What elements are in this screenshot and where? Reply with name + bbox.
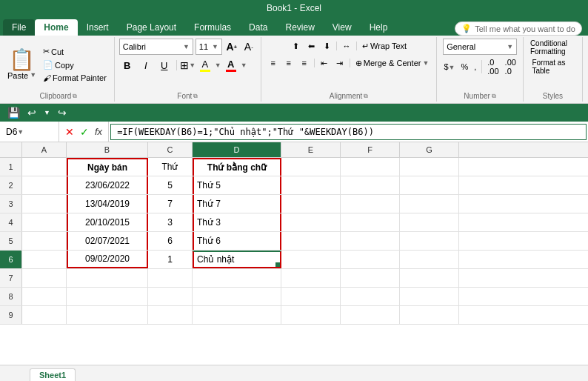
col-header-d[interactable]: D	[193, 142, 281, 157]
cell-a8[interactable]	[22, 288, 67, 305]
cell-d9[interactable]	[193, 306, 281, 324]
number-expand-icon[interactable]: ⧉	[492, 93, 496, 100]
col-header-a[interactable]: A	[22, 142, 67, 157]
row-num-9[interactable]: 9	[0, 306, 22, 324]
align-top-button[interactable]: ⬆	[288, 39, 303, 53]
col-header-c[interactable]: C	[148, 142, 193, 157]
sheet-tab-sheet1[interactable]: Sheet1	[30, 368, 76, 381]
cell-f4[interactable]	[341, 213, 400, 231]
cell-c4[interactable]: 3	[148, 213, 193, 231]
cell-d4[interactable]: Thứ 3	[193, 213, 281, 231]
cell-e8[interactable]	[281, 288, 341, 305]
formula-input[interactable]	[110, 124, 587, 140]
cell-g7[interactable]	[400, 269, 459, 287]
cell-a6[interactable]	[22, 251, 67, 268]
cell-e9[interactable]	[281, 306, 341, 324]
tab-pagelayout[interactable]: Page Layout	[118, 19, 185, 36]
cell-e4[interactable]	[281, 213, 341, 231]
cell-d8[interactable]	[193, 288, 281, 305]
tab-help[interactable]: Help	[361, 19, 397, 36]
increase-indent-button[interactable]: ⇥	[333, 56, 347, 70]
cell-ref-box[interactable]: D6 ▼	[0, 122, 59, 142]
row-num-7[interactable]: 7	[0, 269, 22, 287]
cell-b4[interactable]: 20/10/2015	[67, 213, 148, 231]
row-num-4[interactable]: 4	[0, 213, 22, 231]
col-header-f[interactable]: F	[341, 142, 400, 157]
italic-button[interactable]: I	[138, 57, 154, 73]
bold-button[interactable]: B	[119, 57, 136, 73]
cell-c7[interactable]	[148, 269, 193, 287]
cell-g8[interactable]	[400, 288, 459, 305]
percent-button[interactable]: %	[458, 62, 470, 72]
tell-me-box[interactable]: 💡 Tell me what you want to do	[455, 21, 582, 36]
wrap-text-button[interactable]: ↵ Wrap Text	[359, 41, 410, 52]
cell-c5[interactable]: 6	[148, 232, 193, 250]
cell-g5[interactable]	[400, 232, 459, 250]
align-center-button[interactable]: ≡	[281, 56, 296, 70]
cell-a9[interactable]	[22, 306, 67, 324]
cell-g3[interactable]	[400, 195, 459, 213]
cell-g9[interactable]	[400, 306, 459, 324]
col-header-g[interactable]: G	[400, 142, 459, 157]
cell-c3[interactable]: 7	[148, 195, 193, 213]
row-num-3[interactable]: 3	[0, 195, 22, 213]
cell-a7[interactable]	[22, 269, 67, 287]
cell-f7[interactable]	[341, 269, 400, 287]
insert-function-icon[interactable]: fx	[93, 126, 104, 137]
cell-b5[interactable]: 02/07/2021	[67, 232, 148, 250]
font-size-select[interactable]: 11 ▼	[196, 39, 222, 55]
currency-button[interactable]: $▼	[441, 62, 457, 72]
cell-d1[interactable]: Thứ bằng chữ	[193, 158, 281, 176]
cell-b7[interactable]	[67, 269, 148, 287]
cell-a3[interactable]	[22, 195, 67, 213]
undo-dropdown-icon[interactable]: ▼	[42, 109, 52, 116]
cell-b1[interactable]: Ngày bán	[67, 158, 148, 176]
cell-ref-dropdown[interactable]: ▼	[17, 128, 24, 136]
cell-b8[interactable]	[67, 288, 148, 305]
confirm-formula-icon[interactable]: ✓	[78, 126, 90, 138]
cell-f6[interactable]	[341, 251, 400, 268]
fill-color-dropdown[interactable]: ▼	[215, 62, 221, 69]
cell-g6[interactable]	[400, 251, 459, 268]
cell-g1[interactable]	[400, 158, 459, 176]
merge-center-button[interactable]: ⊕ Merge & Center ▼	[353, 58, 432, 69]
conditional-format-button[interactable]: ConditionalFormatting	[528, 39, 569, 56]
number-format-select[interactable]: General ▼	[443, 39, 517, 55]
undo-icon[interactable]: ↩	[26, 107, 38, 119]
cell-a1[interactable]	[22, 158, 67, 176]
row-num-6[interactable]: 6	[0, 251, 22, 268]
cell-d7[interactable]	[193, 269, 281, 287]
cell-e6[interactable]	[281, 251, 341, 268]
cell-c2[interactable]: 5	[148, 176, 193, 194]
row-num-5[interactable]: 5	[0, 232, 22, 250]
cell-b9[interactable]	[67, 306, 148, 324]
format-as-table-button[interactable]: Format asTable	[529, 58, 567, 76]
save-icon[interactable]: 💾	[6, 107, 21, 119]
cell-d3[interactable]: Thứ 7	[193, 195, 281, 213]
cell-b6[interactable]: 09/02/2020	[67, 251, 148, 268]
paste-dropdown-icon[interactable]: ▼	[30, 71, 36, 80]
align-right-button[interactable]: ≡	[297, 56, 312, 70]
font-name-select[interactable]: Calibri ▼	[119, 39, 193, 55]
decrease-indent-button[interactable]: ⇤	[317, 56, 332, 70]
redo-icon[interactable]: ↪	[56, 107, 68, 119]
text-direction-button[interactable]: ↔	[339, 39, 354, 53]
spreadsheet-wrapper[interactable]: A B C D E F G 1 Ngày bán Thứ Thứ bằng ch…	[0, 142, 588, 381]
cell-a2[interactable]	[22, 176, 67, 194]
align-left-button[interactable]: ≡	[266, 56, 281, 70]
cell-fill-handle[interactable]	[275, 262, 280, 267]
cell-c1[interactable]: Thứ	[148, 158, 193, 176]
clipboard-expand-icon[interactable]: ⧉	[73, 93, 77, 100]
cell-c9[interactable]	[148, 306, 193, 324]
decrease-decimal-button[interactable]: .00.0	[503, 57, 518, 76]
comma-button[interactable]: ,	[472, 62, 478, 72]
tab-file[interactable]: File	[3, 19, 35, 36]
cell-f3[interactable]	[341, 195, 400, 213]
copy-button[interactable]: 📄 Copy	[40, 59, 110, 70]
row-num-8[interactable]: 8	[0, 288, 22, 305]
cell-b2[interactable]: 23/06/2022	[67, 176, 148, 194]
format-painter-button[interactable]: 🖌 Format Painter	[40, 73, 110, 83]
cell-c6[interactable]: 1	[148, 251, 193, 268]
cancel-formula-icon[interactable]: ✕	[64, 126, 76, 138]
cell-e7[interactable]	[281, 269, 341, 287]
